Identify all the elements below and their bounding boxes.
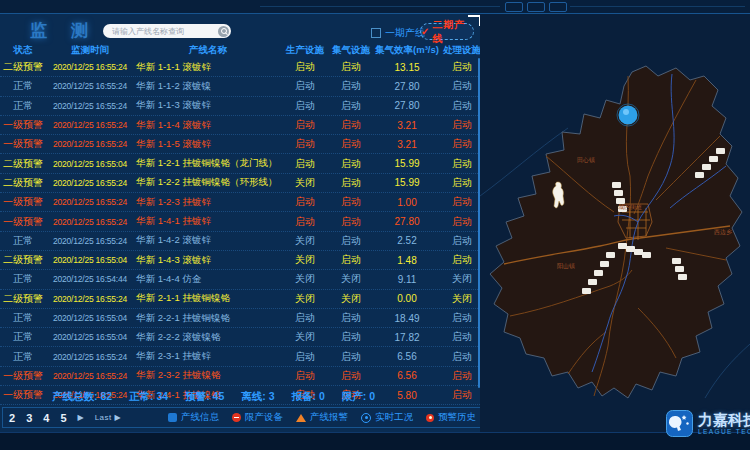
decor-line (570, 6, 745, 7)
map-sign-rect (612, 182, 621, 188)
cell-efficiency: 9.11 (374, 274, 440, 285)
cell-status: 二级预警 (0, 60, 46, 74)
table-row[interactable]: 正常2020/12/25 16:55:04华新 2-2-1 挂镀铜镍铬启动启动1… (0, 309, 484, 328)
map-sign-rect (614, 190, 623, 196)
cell-gas-collect: 启动 (328, 350, 374, 364)
legend-item[interactable]: 产线信息 (168, 411, 219, 424)
phase2-button[interactable]: ✓ 二期产线 (420, 23, 474, 40)
legend-item[interactable]: 预警历史 (426, 411, 476, 424)
table-row[interactable]: 二级预警2020/12/25 16:55:04华新 1-2-1 挂镀铜镍铬（龙门… (0, 154, 484, 173)
cell-production: 关闭 (282, 234, 328, 248)
cell-time: 2020/12/25 16:55:04 (46, 313, 134, 323)
cell-time: 2020/12/25 16:55:24 (46, 352, 134, 362)
cell-line-name: 华新 1-1-5 滚镀锌 (134, 138, 282, 151)
map-sign-rect (716, 148, 725, 154)
cell-efficiency: 15.99 (374, 177, 440, 188)
page-button[interactable]: 4 (43, 412, 49, 424)
map-sign-rect (594, 270, 603, 276)
table-row[interactable]: 一级预警2020/12/25 16:55:24华新 1-1-4 滚镀锌启动启动3… (0, 116, 484, 135)
legend-item[interactable]: 实时工况 (361, 411, 413, 424)
cell-time: 2020/12/25 16:55:24 (46, 371, 134, 381)
search-icon[interactable] (218, 26, 229, 37)
table-row[interactable]: 正常2020/12/25 16:55:24华新 2-3-1 挂镀锌启动启动6.5… (0, 347, 484, 366)
cell-efficiency: 27.80 (374, 81, 440, 92)
map-sign-rect (606, 252, 615, 258)
cell-production: 启动 (282, 79, 328, 93)
cell-gas-collect: 启动 (328, 195, 374, 209)
cell-production: 关闭 (282, 292, 328, 306)
phase1-checkbox[interactable] (371, 28, 381, 38)
brand-name: 力嘉科技 (698, 412, 750, 427)
legend-item[interactable]: 限产设备 (232, 411, 283, 424)
cell-line-name: 华新 1-1-2 滚镀镍 (134, 80, 282, 93)
table-row[interactable]: 一级预警2020/12/25 16:55:24华新 2-3-2 挂镀镍铬启动启动… (0, 367, 484, 386)
table-row[interactable]: 正常2020/12/25 16:54:44华新 1-4-4 仿金关闭关闭9.11… (0, 270, 484, 289)
top-decor-strip (0, 0, 750, 14)
col-status: 状态 (0, 44, 46, 57)
page-button[interactable]: 2 (9, 412, 15, 424)
cell-gas-collect: 启动 (328, 118, 374, 132)
cell-efficiency: 2.52 (374, 235, 440, 246)
table-body: 二级预警2020/12/25 16:55:24华新 1-1-1 滚镀锌启动启动1… (0, 58, 484, 405)
cell-gas-collect: 启动 (328, 234, 374, 248)
col-time: 监测时间 (46, 44, 134, 57)
page-button[interactable]: 5 (60, 412, 66, 424)
table-row[interactable]: 二级预警2020/12/25 16:55:24华新 2-1-1 挂镀铜镍铬关闭关… (0, 290, 484, 309)
search-box[interactable] (103, 24, 231, 38)
cell-production: 关闭 (282, 176, 328, 190)
table-row[interactable]: 正常2020/12/25 16:55:24华新 1-1-3 滚镀锌启动启动27.… (0, 97, 484, 116)
map-sign-rect (642, 252, 651, 258)
table-row[interactable]: 正常2020/12/25 16:55:04华新 2-2-2 滚镀镍铬关闭启动17… (0, 328, 484, 347)
table-row[interactable]: 正常2020/12/25 16:55:24华新 1-4-2 滚镀锌关闭启动2.5… (0, 232, 484, 251)
cell-production: 启动 (282, 60, 328, 74)
last-page-button[interactable]: Last ▶ (95, 413, 122, 422)
table-row[interactable]: 一级预警2020/12/25 16:55:24华新 1-2-3 挂镀锌启动启动1… (0, 193, 484, 212)
cell-efficiency: 0.00 (374, 293, 440, 304)
cell-status: 正常 (0, 350, 46, 364)
cell-line-name: 华新 2-2-1 挂镀铜镍铬 (134, 312, 282, 325)
cell-line-name: 华新 1-4-2 滚镀锌 (134, 234, 282, 247)
next-page-button[interactable]: ▶ (78, 413, 84, 422)
realtime-icon (361, 413, 371, 423)
cell-line-name: 华新 1-4-3 滚镀锌 (134, 254, 282, 267)
district-map[interactable]: 田心镇城区街道西边乡阳山镇 (480, 14, 750, 432)
cell-status: 一级预警 (0, 215, 46, 229)
map-marker[interactable] (617, 104, 639, 126)
map-sign-rect (709, 156, 718, 162)
summary-item: 预警: 45 (185, 390, 224, 404)
cell-production: 启动 (282, 157, 328, 171)
cell-line-name: 华新 1-4-1 挂镀锌 (134, 215, 282, 228)
cell-status: 二级预警 (0, 176, 46, 190)
cell-production: 启动 (282, 369, 328, 383)
decor-tab (527, 2, 545, 12)
map-town-label: 城区街道 (618, 203, 642, 211)
cell-status: 一级预警 (0, 118, 46, 132)
table-row[interactable]: 一级预警2020/12/25 16:55:24华新 1-4-1 挂镀锌启动启动2… (0, 212, 484, 231)
cell-production: 关闭 (282, 253, 328, 267)
cell-production: 启动 (282, 99, 328, 113)
map-sign-rect (675, 266, 684, 272)
cell-production: 启动 (282, 118, 328, 132)
cell-line-name: 华新 1-4-4 仿金 (134, 273, 282, 286)
phase1-filter[interactable]: 一期产线 (371, 26, 425, 40)
legend-item[interactable]: 产线报警 (296, 411, 348, 424)
cell-status: 正常 (0, 311, 46, 325)
map-sign-rect (588, 279, 597, 285)
table-row[interactable]: 正常2020/12/25 16:55:24华新 1-1-2 滚镀镍启动启动27.… (0, 77, 484, 96)
cell-status: 一级预警 (0, 195, 46, 209)
cell-gas-collect: 启动 (328, 253, 374, 267)
table-row[interactable]: 一级预警2020/12/25 16:55:24华新 1-1-5 滚镀锌启动启动3… (0, 135, 484, 154)
table-row[interactable]: 二级预警2020/12/25 16:55:04华新 1-4-3 滚镀锌关闭启动1… (0, 251, 484, 270)
table-row[interactable]: 二级预警2020/12/25 16:55:24华新 1-1-1 滚镀锌启动启动1… (0, 58, 484, 77)
table-row[interactable]: 二级预警2020/12/25 16:55:24华新 1-2-2 挂镀铜镍铬（环形… (0, 174, 484, 193)
search-input[interactable] (110, 26, 218, 37)
table-header: 状态 监测时间 产线名称 生产设施 集气设施 集气效率(m³/s) 处理设施 (0, 43, 484, 58)
cell-status: 正常 (0, 234, 46, 248)
cell-production: 启动 (282, 350, 328, 364)
marker-dot[interactable] (619, 106, 638, 125)
col-production: 生产设施 (282, 44, 328, 57)
page-button[interactable]: 3 (26, 412, 32, 424)
district-shape (490, 66, 742, 398)
cell-time: 2020/12/25 16:55:04 (46, 332, 134, 342)
cell-efficiency: 27.80 (374, 216, 440, 227)
